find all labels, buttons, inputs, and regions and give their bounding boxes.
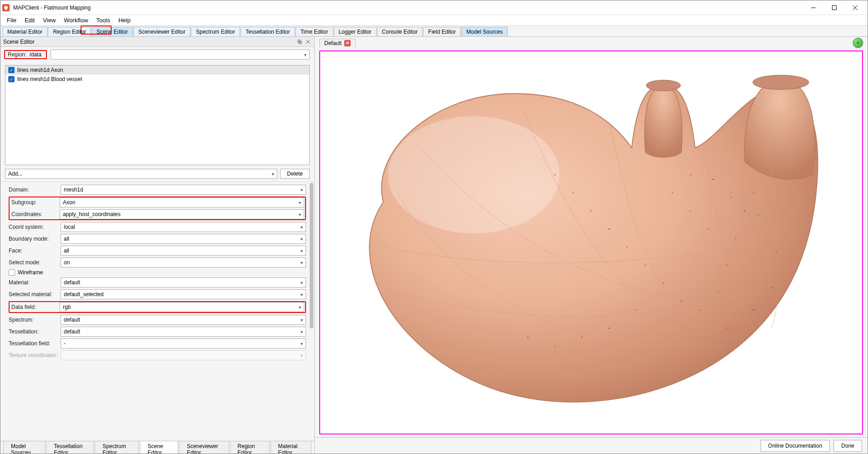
texture-coordinates-label: Texture coordinates:	[9, 352, 59, 358]
tab-tessellation-editor[interactable]: Tessellation Editor	[240, 27, 295, 36]
menu-help[interactable]: Help	[115, 16, 134, 25]
tab-console-editor[interactable]: Console Editor	[377, 27, 423, 36]
menu-tools[interactable]: Tools	[93, 16, 114, 25]
graphics-item-blood-vessel[interactable]: ✓ lines mesh1d Blood vessel	[5, 75, 309, 84]
menu-edit[interactable]: Edit	[21, 16, 38, 25]
online-documentation-button[interactable]: Online Documentation	[761, 440, 830, 452]
graphics-item-label: lines mesh1d Axon	[17, 67, 63, 73]
top-tabstrip: Material Editor Region Editor Scene Edit…	[0, 26, 868, 37]
spectrum-combo[interactable]: default▾	[61, 315, 306, 325]
boundary-mode-combo[interactable]: all▾	[61, 234, 306, 244]
select-mode-combo[interactable]: on▾	[61, 257, 306, 267]
tab-material-editor[interactable]: Material Editor	[2, 27, 47, 36]
close-button[interactable]	[845, 0, 866, 15]
close-icon	[306, 40, 310, 44]
menu-view[interactable]: View	[39, 16, 59, 25]
btab-material-editor[interactable]: Material Editor	[271, 441, 311, 454]
delete-button[interactable]: Delete	[280, 169, 310, 179]
plus-icon	[855, 40, 861, 45]
region-combo[interactable]: ▾	[51, 50, 310, 60]
bottom-tabstrip: Model Sources Tessellation Editor Spectr…	[0, 441, 314, 454]
coord-system-label: Coord system:	[9, 224, 59, 230]
float-icon	[297, 40, 302, 44]
chevron-down-icon: ▾	[301, 237, 303, 242]
face-label: Face:	[9, 247, 59, 254]
maximize-button[interactable]	[824, 0, 845, 15]
tab-field-editor[interactable]: Field Editor	[423, 27, 461, 36]
btab-scene-editor[interactable]: Scene Editor	[140, 441, 178, 454]
subgroup-combo[interactable]: Axon▾	[60, 197, 304, 207]
svg-point-29	[708, 228, 709, 229]
graphics-list[interactable]: ✓ lines mesh1d Axon ✓ lines mesh1d Blood…	[5, 65, 310, 165]
chevron-down-icon: ▾	[299, 212, 301, 217]
properties-scrollbar[interactable]	[310, 183, 313, 328]
svg-point-19	[663, 282, 664, 283]
tab-sceneviewer-editor[interactable]: Sceneviewer Editor	[133, 27, 190, 36]
svg-point-31	[608, 328, 609, 328]
svg-point-13	[554, 174, 555, 175]
svg-point-17	[627, 247, 628, 247]
data-field-label: Data field:	[10, 304, 60, 310]
graphics-item-axon[interactable]: ✓ lines mesh1d Axon	[5, 66, 309, 75]
chevron-down-icon: ▾	[299, 200, 301, 205]
done-button[interactable]: Done	[833, 440, 862, 452]
coordinates-combo[interactable]: apply_host_coordinates▾	[60, 209, 304, 219]
btab-sceneviewer-editor[interactable]: Sceneviewer Editor	[179, 441, 229, 454]
wireframe-label: Wireframe	[18, 269, 43, 276]
panel-float-button[interactable]	[296, 38, 303, 45]
texture-coordinates-combo[interactable]: ▾	[61, 350, 306, 360]
viewport-tab-default[interactable]: Default ✕	[319, 39, 356, 47]
wireframe-checkbox[interactable]: ✓	[9, 269, 15, 276]
btab-tessellation-editor[interactable]: Tessellation Editor	[46, 441, 94, 454]
btab-region-editor[interactable]: Region Editor	[230, 441, 270, 454]
chevron-down-icon: ▾	[301, 260, 303, 265]
tab-logger-editor[interactable]: Logger Editor	[334, 27, 377, 36]
domain-combo[interactable]: mesh1d▾	[61, 185, 306, 195]
footer: Online Documentation Done	[315, 437, 868, 454]
svg-point-25	[744, 210, 745, 211]
tessellation-combo[interactable]: default▾	[61, 327, 306, 337]
coord-system-combo[interactable]: local▾	[61, 222, 306, 232]
panel-close-button[interactable]	[304, 38, 311, 45]
add-viewport-button[interactable]	[853, 38, 863, 48]
svg-point-38	[758, 215, 759, 216]
viewport[interactable]	[319, 50, 863, 434]
svg-point-32	[582, 337, 582, 338]
highlight-data-field: Data field: rgb▾	[9, 301, 306, 313]
tessellation-field-combo[interactable]: -▾	[61, 338, 306, 348]
chevron-down-icon: ▾	[272, 172, 274, 177]
viewport-panel: Default ✕	[315, 37, 868, 454]
minimize-button[interactable]	[803, 0, 824, 15]
tessellation-label: Tessellation:	[9, 328, 59, 335]
tab-time-editor[interactable]: Time Editor	[296, 27, 333, 36]
svg-point-34	[527, 337, 528, 338]
subgroup-label: Subgroup:	[10, 199, 60, 206]
face-combo[interactable]: all▾	[61, 246, 306, 256]
tab-region-editor[interactable]: Region Editor	[48, 27, 91, 36]
tab-scene-editor[interactable]: Scene Editor	[92, 27, 133, 36]
btab-spectrum-editor[interactable]: Spectrum Editor	[95, 441, 139, 454]
data-field-combo[interactable]: rgb▾	[60, 302, 304, 312]
anatomy-render	[320, 51, 862, 434]
menu-workflow[interactable]: Workflow	[60, 16, 92, 25]
tab-model-sources[interactable]: Model Sources	[461, 27, 508, 36]
chevron-down-icon: ▾	[301, 225, 303, 230]
tab-spectrum-editor[interactable]: Spectrum Editor	[191, 27, 240, 36]
graphics-item-checkbox[interactable]: ✓	[8, 76, 15, 82]
add-graphics-placeholder: Add...	[8, 171, 22, 177]
btab-model-sources[interactable]: Model Sources	[3, 441, 45, 454]
boundary-mode-label: Boundary mode:	[9, 236, 59, 242]
viewport-tab-close-icon[interactable]: ✕	[344, 40, 351, 46]
chevron-down-icon: ▾	[301, 280, 303, 285]
scene-editor-panel: Scene Editor Region: /data ▾ ✓ lines mes…	[0, 37, 315, 454]
material-combo[interactable]: default▾	[61, 277, 306, 288]
window-title: MAPClient - Flatmount Mapping	[13, 5, 91, 11]
add-graphics-combo[interactable]: Add... ▾	[5, 169, 277, 179]
svg-point-36	[713, 179, 714, 180]
svg-point-18	[645, 264, 646, 265]
menu-file[interactable]: File	[3, 16, 20, 25]
selected-material-combo[interactable]: default_selected▾	[61, 289, 306, 299]
graphics-item-checkbox[interactable]: ✓	[8, 67, 15, 73]
chevron-down-icon: ▾	[301, 292, 303, 297]
svg-point-10	[646, 80, 680, 91]
